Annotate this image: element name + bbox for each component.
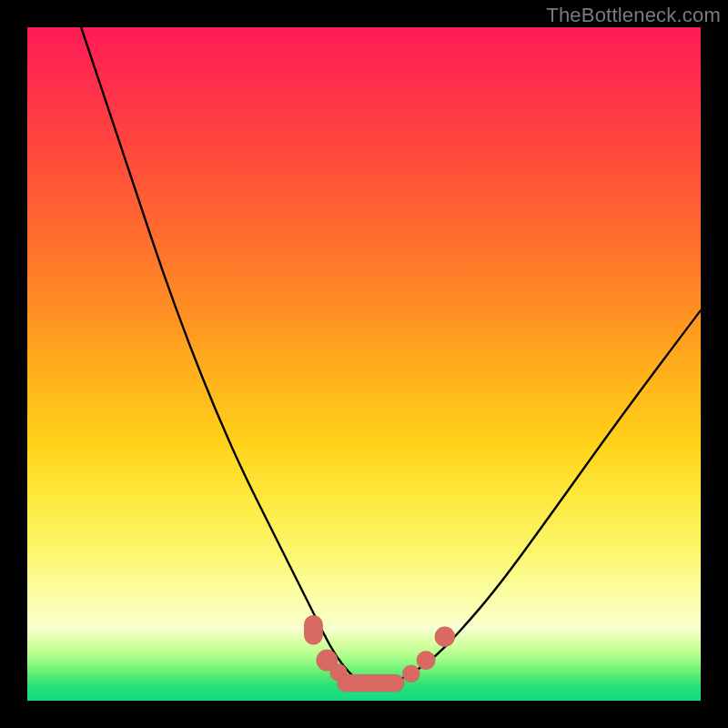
outer-frame: TheBottleneck.com <box>0 0 728 728</box>
watermark-text: TheBottleneck.com <box>546 4 721 27</box>
marker-pill <box>304 615 323 645</box>
curve-group <box>81 27 701 684</box>
marker-group <box>304 615 455 692</box>
bottleneck-curve <box>81 27 701 684</box>
plot-area <box>27 27 701 701</box>
chart-svg <box>27 27 701 701</box>
marker-dot <box>435 627 455 647</box>
marker-dot <box>417 651 436 670</box>
marker-pill <box>337 674 404 692</box>
marker-dot <box>402 665 420 682</box>
